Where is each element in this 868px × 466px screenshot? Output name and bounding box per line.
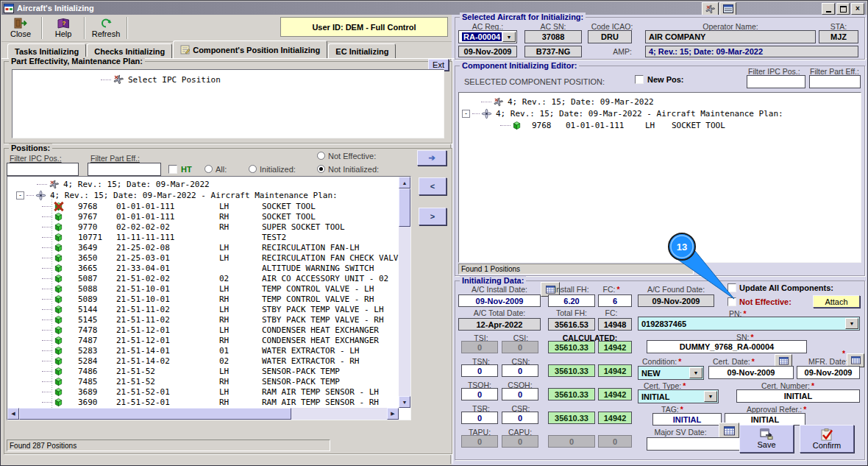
ht-checkbox[interactable] xyxy=(168,165,177,174)
position-desc: CONDENSER HEAT EXCHANGER xyxy=(262,325,379,335)
install-fc-field[interactable]: 6 xyxy=(598,294,632,307)
position-row[interactable]: 3665 21-33-04-01 ALTITUDE WARNING SWITCH xyxy=(7,263,410,273)
prev-button[interactable]: < xyxy=(419,177,447,195)
refresh-button[interactable]: Refresh xyxy=(87,15,125,41)
position-row[interactable]: 9770 02-02-02-02 RH SUPER SOCKET TOOL xyxy=(7,222,410,232)
position-row[interactable]: 5144 21-51-11-02 LH STBY PACK TEMP VALVE… xyxy=(7,304,410,314)
radio-all[interactable] xyxy=(204,165,213,173)
csoh-field[interactable]: 0 xyxy=(502,388,538,400)
tsoh-field[interactable]: 0 xyxy=(461,388,498,400)
position-row[interactable]: 7486 21-51-52 LH SENSOR-PACK TEMP xyxy=(7,366,410,376)
radio-not-initialized[interactable] xyxy=(317,165,325,173)
major-sv-date-calendar-icon[interactable] xyxy=(719,423,739,439)
position-row[interactable]: 5284 21-51-14-02 02 WATER EXTRACTOR - RH xyxy=(7,356,410,366)
filter-ipc-pos-input[interactable] xyxy=(7,163,79,176)
tree-root-revision[interactable]: 4; Rev.: 15; Date: 09-Mar-2022 xyxy=(7,177,410,190)
new-pos-checkbox[interactable] xyxy=(635,75,644,84)
code-icao-field: DRU xyxy=(588,30,632,43)
position-row[interactable]: 3690 21-51-52-01 RH RAM AIR TEMP SENSOR … xyxy=(7,397,410,407)
filter-part-eff-input[interactable] xyxy=(88,163,161,176)
ac-reg-combobox[interactable]: RA-00004 ▼ xyxy=(458,30,517,43)
form-tool-button[interactable] xyxy=(719,2,736,15)
tab-checks-initializing[interactable]: Checks Initializing xyxy=(87,43,172,58)
next-button[interactable]: > xyxy=(419,208,447,225)
position-row[interactable]: 3649 21-25-02-08 LH RECIRCULATION FAN-LH xyxy=(7,242,410,253)
ac-found-date-field: 09-Nov-2009 xyxy=(638,294,714,307)
part-cube-icon xyxy=(54,315,63,325)
scroll-left-icon[interactable]: ◀ xyxy=(7,408,19,420)
position-pos: 01 xyxy=(219,346,262,356)
save-button[interactable]: Save xyxy=(739,425,794,453)
update-all-checkbox[interactable] xyxy=(728,283,736,292)
help-button[interactable]: ? Help xyxy=(44,15,82,41)
editor-root-amp[interactable]: - 4; Rev.: 15; Date: 09-Mar-2022 - Aircr… xyxy=(459,107,861,119)
move-right-button[interactable]: ➔ xyxy=(417,150,447,166)
aircraft-tool-button[interactable] xyxy=(702,2,719,15)
v-scroll-thumb[interactable] xyxy=(399,188,410,227)
position-desc: WATER EXTRACTOR - RH xyxy=(262,356,359,366)
confirm-check-icon xyxy=(819,428,834,441)
tab-components-position-initializing[interactable]: Component's Position Initializing xyxy=(173,40,327,58)
radio-not-effective[interactable] xyxy=(317,152,325,160)
tab-ec-initializing[interactable]: EC Initializing xyxy=(328,43,396,58)
editor-filter-ipc-input[interactable] xyxy=(747,75,805,88)
editor-selected-item[interactable]: 9768 01-01-01-111 LH SOCKET TOOL xyxy=(459,119,861,131)
condition-dropdown-arrow-icon[interactable]: ▼ xyxy=(689,367,702,378)
restore-button[interactable] xyxy=(836,3,850,15)
position-row[interactable]: 5087 21-51-02-02 02 AIR CO ACCESSORY UNI… xyxy=(7,273,410,283)
position-pos: RH xyxy=(219,377,262,386)
close-button[interactable]: Close xyxy=(1,15,40,41)
select-ipc-position-node[interactable]: Select IPC Position xyxy=(13,74,444,85)
position-row[interactable]: 5283 21-51-14-01 01 WATER EXTRACTOR - LH xyxy=(7,345,410,356)
install-fh-field[interactable]: 6.20 xyxy=(548,294,595,307)
confirm-button[interactable]: Confirm xyxy=(800,425,854,453)
position-row[interactable]: 3689 21-51-52-01 LH RAM AIR TEMP SENSOR … xyxy=(7,386,410,397)
cert-type-dropdown-arrow-icon[interactable]: ▼ xyxy=(704,391,717,402)
cert-date-field[interactable]: 09-Nov-2009 xyxy=(708,366,794,379)
position-row[interactable]: 7478 21-51-12-01 LH CONDENSER HEAT EXCHA… xyxy=(7,325,410,335)
part-cube-icon xyxy=(54,202,63,211)
close-window-button[interactable]: × xyxy=(851,3,864,15)
editor-tree-box[interactable]: 4; Rev.: 15; Date: 09-Mar-2022 - 4; Rev.… xyxy=(458,92,861,263)
position-row[interactable]: 5089 21-51-10-01 RH TEMP CONTROL VALVE -… xyxy=(7,294,410,304)
scroll-down-icon[interactable]: ▼ xyxy=(399,396,410,408)
cert-number-field[interactable]: INITIAL xyxy=(736,389,860,403)
position-row[interactable]: 9768 01-01-01-111 LH SOCKET TOOL xyxy=(7,201,410,211)
tsr-field[interactable]: 0 xyxy=(461,412,498,424)
minimize-button[interactable] xyxy=(822,3,835,15)
tag-field[interactable]: INITIAL xyxy=(652,413,722,426)
attach-button[interactable]: Attach xyxy=(813,295,860,308)
pn-combobox[interactable]: 0192837465 ▼ xyxy=(638,317,860,331)
part-effectivity-tree[interactable]: Select IPC Position xyxy=(12,69,444,138)
condition-combobox[interactable]: NEW ▼ xyxy=(638,366,704,380)
tree-root-amp[interactable]: - 4; Rev.: 15; Date: 09-Mar-2022 - Aircr… xyxy=(7,190,410,201)
position-row[interactable]: 7487 21-51-12-01 RH CONDENSER HEAT EXCHA… xyxy=(7,335,410,345)
mfr-date-field[interactable]: 09-Nov-2009 xyxy=(797,366,860,379)
position-row[interactable]: 10771 11-11-11-111 TEST2 xyxy=(7,232,410,242)
position-pos: RH xyxy=(219,336,262,345)
scroll-up-icon[interactable]: ▲ xyxy=(399,177,410,188)
tab-tasks-initializing[interactable]: Tasks Initializing xyxy=(7,43,86,58)
tsn-field[interactable]: 0 xyxy=(461,364,498,377)
not-effective-checkbox[interactable] xyxy=(728,297,736,306)
sn-field[interactable]: DUMMY_9768_RA-00004 xyxy=(647,340,807,353)
pn-dropdown-arrow-icon[interactable]: ▼ xyxy=(845,318,858,329)
editor-filter-part-input[interactable] xyxy=(809,75,861,88)
collapse-icon[interactable]: - xyxy=(462,110,470,118)
cert-type-combobox[interactable]: INITIAL ▼ xyxy=(638,389,719,403)
csn-field[interactable]: 0 xyxy=(502,364,538,377)
ac-reg-dropdown-arrow-icon[interactable]: ▼ xyxy=(502,32,516,42)
position-row[interactable]: 7485 21-51-52 RH SENSOR-PACK TEMP xyxy=(7,376,410,386)
collapse-icon[interactable]: - xyxy=(16,191,24,200)
scroll-right-icon[interactable]: ▶ xyxy=(387,408,399,420)
position-row[interactable]: 9767 01-01-01-111 RH SOCKET TOOL xyxy=(7,211,410,222)
radio-initialized[interactable] xyxy=(249,165,257,173)
h-scroll-thumb[interactable] xyxy=(19,408,291,420)
csr-field[interactable]: 0 xyxy=(502,412,538,424)
editor-root-revision[interactable]: 4; Rev.: 15; Date: 09-Mar-2022 xyxy=(459,93,861,107)
positions-tree-box[interactable]: 4; Rev.: 15; Date: 09-Mar-2022 - 4; Rev.… xyxy=(7,176,411,420)
position-row[interactable]: 5088 21-51-10-01 LH TEMP CONTROL VALVE -… xyxy=(7,283,410,294)
position-row[interactable]: 5145 21-51-11-02 RH STBY PACK TEMP VALVE… xyxy=(7,314,410,325)
ac-install-date-field[interactable]: 09-Nov-2009 xyxy=(458,294,541,307)
position-row[interactable]: 3650 21-25-03-01 LH RECIRCULATION FAN CH… xyxy=(7,253,410,263)
